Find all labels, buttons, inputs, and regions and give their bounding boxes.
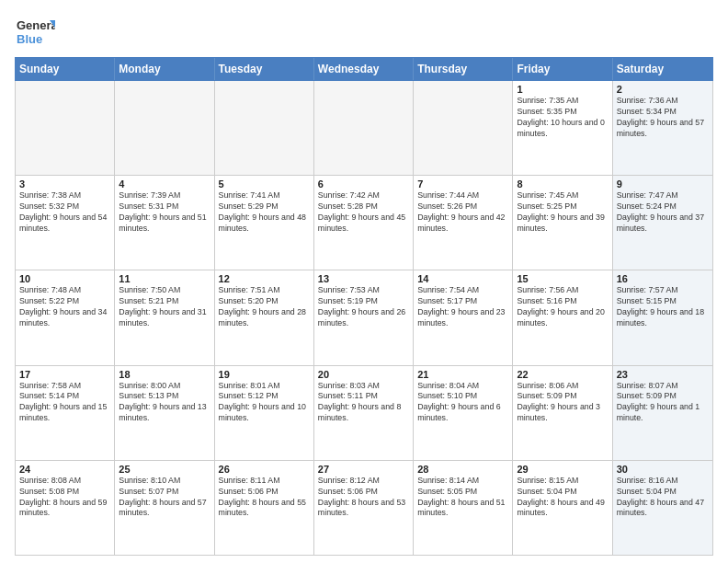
day-number: 24: [19, 464, 110, 475]
day-info: Sunrise: 7:54 AMSunset: 5:17 PMDaylight:…: [417, 285, 508, 329]
day-number: 16: [617, 273, 709, 284]
day-info: Sunrise: 8:11 AMSunset: 5:06 PMDaylight:…: [219, 476, 310, 520]
day-number: 9: [617, 178, 709, 190]
day-info: Sunrise: 7:39 AMSunset: 5:31 PMDaylight:…: [119, 190, 210, 235]
calendar-row: 3 Sunrise: 7:38 AMSunset: 5:32 PMDayligh…: [16, 176, 712, 270]
calendar-row: 17 Sunrise: 7:58 AMSunset: 5:14 PMDaylig…: [16, 366, 712, 461]
day-info: Sunrise: 8:04 AMSunset: 5:10 PMDaylight:…: [417, 381, 508, 425]
calendar-cell: 5 Sunrise: 7:41 AMSunset: 5:29 PMDayligh…: [215, 176, 314, 270]
calendar-cell: [215, 81, 314, 175]
calendar-cell: 21 Sunrise: 8:04 AMSunset: 5:10 PMDaylig…: [414, 366, 513, 460]
calendar-row: 1 Sunrise: 7:35 AMSunset: 5:35 PMDayligh…: [16, 81, 712, 176]
calendar-row: 10 Sunrise: 7:48 AMSunset: 5:22 PMDaylig…: [16, 270, 712, 365]
weekday-header: Wednesday: [314, 58, 414, 80]
svg-text:Blue: Blue: [17, 32, 42, 46]
day-info: Sunrise: 7:41 AMSunset: 5:29 PMDaylight:…: [219, 190, 310, 235]
calendar-cell: 30 Sunrise: 8:16 AMSunset: 5:04 PMDaylig…: [613, 461, 712, 555]
day-number: 25: [119, 464, 210, 475]
svg-text:General: General: [17, 18, 55, 32]
weekday-header: Monday: [115, 58, 214, 80]
day-number: 27: [318, 464, 409, 475]
day-number: 21: [417, 369, 508, 380]
day-info: Sunrise: 7:42 AMSunset: 5:28 PMDaylight:…: [318, 190, 409, 235]
calendar-cell: 13 Sunrise: 7:53 AMSunset: 5:19 PMDaylig…: [314, 270, 414, 364]
day-number: 28: [417, 464, 508, 475]
day-number: 3: [19, 178, 110, 190]
day-info: Sunrise: 7:50 AMSunset: 5:21 PMDaylight:…: [119, 285, 210, 329]
calendar-cell: 7 Sunrise: 7:44 AMSunset: 5:26 PMDayligh…: [414, 176, 513, 270]
day-number: 7: [417, 178, 508, 190]
calendar-cell: 20 Sunrise: 8:03 AMSunset: 5:11 PMDaylig…: [314, 366, 414, 460]
day-info: Sunrise: 8:12 AMSunset: 5:06 PMDaylight:…: [318, 476, 409, 520]
calendar-cell: 10 Sunrise: 7:48 AMSunset: 5:22 PMDaylig…: [16, 270, 115, 364]
weekday-header: Friday: [513, 58, 612, 80]
calendar-cell: [16, 81, 115, 175]
calendar-cell: 24 Sunrise: 8:08 AMSunset: 5:08 PMDaylig…: [16, 461, 115, 555]
day-info: Sunrise: 8:00 AMSunset: 5:13 PMDaylight:…: [119, 381, 210, 425]
day-info: Sunrise: 7:38 AMSunset: 5:32 PMDaylight:…: [19, 190, 110, 235]
day-number: 11: [119, 273, 210, 284]
weekday-header: Sunday: [16, 58, 115, 80]
day-info: Sunrise: 7:48 AMSunset: 5:22 PMDaylight:…: [19, 285, 110, 329]
day-info: Sunrise: 7:36 AMSunset: 5:34 PMDaylight:…: [617, 96, 709, 140]
calendar-cell: 29 Sunrise: 8:15 AMSunset: 5:04 PMDaylig…: [513, 461, 612, 555]
calendar-cell: 19 Sunrise: 8:01 AMSunset: 5:12 PMDaylig…: [215, 366, 314, 460]
logo-svg: General Blue: [15, 11, 55, 52]
calendar-cell: 12 Sunrise: 7:51 AMSunset: 5:20 PMDaylig…: [215, 270, 314, 364]
day-info: Sunrise: 8:14 AMSunset: 5:05 PMDaylight:…: [417, 476, 508, 520]
calendar-cell: [414, 81, 513, 175]
day-number: 14: [417, 273, 508, 284]
day-info: Sunrise: 8:03 AMSunset: 5:11 PMDaylight:…: [318, 381, 409, 425]
calendar-cell: 14 Sunrise: 7:54 AMSunset: 5:17 PMDaylig…: [414, 270, 513, 364]
day-number: 1: [517, 84, 608, 95]
day-info: Sunrise: 8:07 AMSunset: 5:09 PMDaylight:…: [617, 381, 709, 425]
day-number: 5: [219, 178, 310, 190]
calendar-cell: 23 Sunrise: 8:07 AMSunset: 5:09 PMDaylig…: [613, 366, 712, 460]
day-info: Sunrise: 8:01 AMSunset: 5:12 PMDaylight:…: [219, 381, 310, 425]
day-number: 15: [517, 273, 608, 284]
calendar-cell: 26 Sunrise: 8:11 AMSunset: 5:06 PMDaylig…: [215, 461, 314, 555]
day-info: Sunrise: 7:58 AMSunset: 5:14 PMDaylight:…: [19, 381, 110, 425]
calendar-cell: [115, 81, 214, 175]
calendar-body: 1 Sunrise: 7:35 AMSunset: 5:35 PMDayligh…: [15, 81, 713, 556]
calendar-cell: 1 Sunrise: 7:35 AMSunset: 5:35 PMDayligh…: [513, 81, 612, 175]
day-info: Sunrise: 7:47 AMSunset: 5:24 PMDaylight:…: [617, 190, 709, 235]
calendar-cell: 16 Sunrise: 7:57 AMSunset: 5:15 PMDaylig…: [613, 270, 712, 364]
calendar-cell: 4 Sunrise: 7:39 AMSunset: 5:31 PMDayligh…: [115, 176, 214, 270]
header: General Blue: [15, 11, 713, 52]
logo: General Blue: [15, 11, 55, 52]
day-number: 12: [219, 273, 310, 284]
day-number: 18: [119, 369, 210, 380]
weekday-header: Tuesday: [215, 58, 314, 80]
day-number: 20: [318, 369, 409, 380]
calendar-cell: 3 Sunrise: 7:38 AMSunset: 5:32 PMDayligh…: [16, 176, 115, 270]
day-info: Sunrise: 7:45 AMSunset: 5:25 PMDaylight:…: [517, 190, 608, 235]
day-info: Sunrise: 8:15 AMSunset: 5:04 PMDaylight:…: [517, 476, 608, 520]
day-number: 30: [617, 464, 709, 475]
calendar-cell: 6 Sunrise: 7:42 AMSunset: 5:28 PMDayligh…: [314, 176, 414, 270]
day-info: Sunrise: 8:16 AMSunset: 5:04 PMDaylight:…: [617, 476, 709, 520]
day-number: 2: [617, 84, 709, 95]
day-number: 17: [19, 369, 110, 380]
day-number: 8: [517, 178, 608, 190]
weekday-header: Thursday: [414, 58, 513, 80]
day-number: 23: [617, 369, 709, 380]
day-info: Sunrise: 8:10 AMSunset: 5:07 PMDaylight:…: [119, 476, 210, 520]
day-number: 6: [318, 178, 409, 190]
calendar-cell: 9 Sunrise: 7:47 AMSunset: 5:24 PMDayligh…: [613, 176, 712, 270]
page: General Blue SundayMondayTuesdayWednesda…: [0, 0, 728, 563]
calendar: SundayMondayTuesdayWednesdayThursdayFrid…: [15, 57, 713, 556]
day-number: 19: [219, 369, 310, 380]
day-info: Sunrise: 7:56 AMSunset: 5:16 PMDaylight:…: [517, 285, 608, 329]
day-info: Sunrise: 7:35 AMSunset: 5:35 PMDaylight:…: [517, 96, 608, 140]
weekday-header: Saturday: [613, 58, 712, 80]
calendar-cell: 2 Sunrise: 7:36 AMSunset: 5:34 PMDayligh…: [613, 81, 712, 175]
calendar-cell: 22 Sunrise: 8:06 AMSunset: 5:09 PMDaylig…: [513, 366, 612, 460]
day-info: Sunrise: 8:06 AMSunset: 5:09 PMDaylight:…: [517, 381, 608, 425]
calendar-row: 24 Sunrise: 8:08 AMSunset: 5:08 PMDaylig…: [16, 461, 712, 555]
calendar-cell: 8 Sunrise: 7:45 AMSunset: 5:25 PMDayligh…: [513, 176, 612, 270]
day-info: Sunrise: 8:08 AMSunset: 5:08 PMDaylight:…: [19, 476, 110, 520]
calendar-cell: [314, 81, 414, 175]
day-info: Sunrise: 7:51 AMSunset: 5:20 PMDaylight:…: [219, 285, 310, 329]
calendar-cell: 25 Sunrise: 8:10 AMSunset: 5:07 PMDaylig…: [115, 461, 214, 555]
